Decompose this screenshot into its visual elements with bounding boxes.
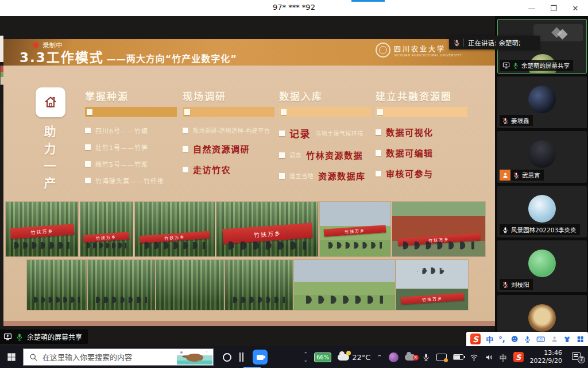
participant-name: 刘枝阳 bbox=[511, 280, 529, 289]
meeting-watermark-logo bbox=[533, 24, 583, 41]
meeting-app-taskbar-icon[interactable] bbox=[253, 350, 268, 365]
checkbox-icon bbox=[279, 152, 285, 158]
slide-photo: 竹扶万乡 bbox=[216, 202, 318, 256]
start-button[interactable] bbox=[0, 346, 23, 368]
taskbar-search[interactable] bbox=[23, 348, 214, 366]
participants-sidebar: 余楚萌的屏幕共享 姜垠鑫 武思言 bbox=[495, 16, 588, 346]
item-label: 走访竹农 bbox=[193, 163, 231, 175]
item-label: 四川6号——竹编 bbox=[95, 126, 148, 135]
screen-share-icon bbox=[5, 334, 11, 340]
restore-button[interactable]: ❐ bbox=[549, 4, 558, 13]
list-item: 数据可视化 bbox=[376, 126, 467, 138]
column-field-research: 现场调研 现场调研-适地适种-构建平台 自然资源调研 走访竹农 bbox=[183, 89, 274, 184]
ime-punctuation-button[interactable]: °, bbox=[498, 335, 505, 343]
checkbox-icon bbox=[85, 178, 91, 183]
slide-photo: 竹扶万乡 bbox=[320, 202, 390, 256]
item-label: 自然资源调研 bbox=[193, 143, 250, 155]
slide-side-label: 助力一产 bbox=[40, 125, 57, 194]
ime-mode-button[interactable]: 中 bbox=[486, 334, 493, 344]
slide-photo bbox=[225, 260, 293, 310]
account-button[interactable] bbox=[551, 335, 558, 343]
search-doodle-otter[interactable] bbox=[177, 350, 212, 365]
column-data-entry: 数据入库 记录当地土壤气候环境 调查竹林资源数据 建立当地资源数据库 bbox=[279, 89, 371, 190]
minimize-button[interactable]: — bbox=[527, 4, 536, 13]
clock[interactable]: 13:46 2022/9/20 bbox=[530, 349, 562, 365]
screen-share-chip: 余楚萌的屏幕共享 bbox=[0, 329, 88, 344]
photo-banner: 竹扶万乡 bbox=[83, 232, 130, 243]
avatar bbox=[528, 86, 556, 113]
presentation-header: 录制中 3.3工作模式 ——两大方向“竹产业数字化” 四川农业大学 SICHUA… bbox=[3, 39, 495, 66]
column-header: 掌握种源 bbox=[85, 89, 177, 103]
avatar bbox=[528, 250, 556, 277]
item-label: 竹海硬头黄——竹纤维 bbox=[95, 176, 164, 185]
notification-count-badge: 7 bbox=[578, 356, 585, 363]
cortana-button[interactable] bbox=[223, 353, 231, 362]
item-label: 现场调研-适地适种-构建平台 bbox=[193, 126, 270, 135]
screen-share-label: 余楚萌的屏幕共享 bbox=[27, 332, 82, 342]
participant-tile-liuzhiyang[interactable]: 刘枝阳 bbox=[497, 240, 587, 292]
participant-tile-liyanyan[interactable]: 风景园林202203李炎炎 bbox=[497, 186, 587, 237]
list-item: 调查竹林资源数据 bbox=[279, 149, 371, 161]
checkbox-icon bbox=[183, 167, 188, 172]
checkbox-icon bbox=[376, 150, 381, 156]
ime-toolbar: S 中 °, bbox=[466, 332, 588, 346]
window-title: 97* *** *92 bbox=[0, 3, 588, 12]
search-icon bbox=[30, 354, 37, 361]
qq-tray-icon[interactable] bbox=[389, 352, 399, 362]
skin-button[interactable] bbox=[563, 335, 571, 343]
list-item: 自然资源调研 bbox=[183, 143, 274, 155]
list-item: 现场调研-适地适种-构建平台 bbox=[183, 126, 274, 135]
participant-tile-jiangyinxin[interactable]: 姜垠鑫 bbox=[497, 76, 587, 128]
mic-on-icon bbox=[514, 63, 518, 68]
scroll-chevrons[interactable]: ⌃⌄ bbox=[303, 352, 308, 362]
participant-name: 余楚萌的屏幕共享 bbox=[521, 61, 570, 70]
avatar bbox=[528, 140, 556, 168]
item-label: 绵竹5号——竹浆 bbox=[95, 159, 148, 168]
date-label: 2022/9/20 bbox=[530, 357, 562, 365]
participant-tile-wusiyan[interactable]: 武思言 bbox=[497, 131, 587, 183]
mic-on-icon bbox=[17, 334, 22, 340]
checkbox-icon bbox=[279, 131, 285, 136]
search-input[interactable] bbox=[42, 353, 163, 362]
display-cast-icon[interactable] bbox=[436, 354, 447, 361]
list-item: 绵竹5号——竹浆 bbox=[85, 159, 177, 168]
photo-banner: 竹扶万乡 bbox=[397, 233, 479, 246]
slide-title: 3.3工作模式 bbox=[20, 50, 104, 65]
ime-language-indicator[interactable]: 中 bbox=[500, 352, 507, 363]
speaker-icon[interactable] bbox=[485, 353, 493, 362]
toolbox-button[interactable] bbox=[577, 335, 584, 343]
photo-banner: 竹扶万乡 bbox=[10, 224, 74, 239]
desktop: 97* *** *92 — ❐ ✕ 录制中 3.3工作模式 ——两大方向“竹产业… bbox=[0, 0, 588, 368]
task-view-button[interactable] bbox=[239, 352, 243, 362]
list-item: 竹海硬头黄——竹纤维 bbox=[85, 176, 177, 185]
battery-icon[interactable] bbox=[453, 354, 463, 360]
action-center-button[interactable]: 7 bbox=[572, 352, 583, 362]
weather-widget[interactable]: 22°C bbox=[338, 353, 370, 362]
sogou-logo-icon[interactable]: S bbox=[470, 334, 481, 344]
active-speaker-label: 正在讲话: 余楚萌; bbox=[468, 38, 521, 47]
battery-percent-badge[interactable]: 66% bbox=[314, 352, 331, 362]
cloud-sync-error-icon[interactable] bbox=[405, 354, 416, 361]
slide-subtitle: ——两大方向“竹产业数字化” bbox=[107, 53, 237, 64]
item-label: 审核可参与 bbox=[386, 167, 434, 179]
voice-input-button[interactable] bbox=[524, 335, 531, 343]
sogou-tray-icon[interactable]: S bbox=[513, 352, 524, 362]
slide-footer-strip bbox=[3, 321, 495, 326]
slide-body: 助力一产 掌握种源 四川6号——竹编 壮竹1号——竹笋 绵竹5号——竹浆 竹海硬… bbox=[3, 66, 495, 321]
item-label: 壮竹1号——竹笋 bbox=[95, 143, 148, 152]
mic-tray-icon[interactable] bbox=[422, 353, 430, 361]
list-item: 走访竹农 bbox=[183, 163, 274, 175]
list-item: 建立当地资源数据库 bbox=[279, 170, 371, 182]
checkbox-icon bbox=[87, 109, 92, 115]
checkbox-icon bbox=[281, 109, 287, 115]
soft-keyboard-button[interactable] bbox=[536, 335, 545, 344]
checkbox-icon bbox=[377, 109, 383, 115]
emoji-button[interactable] bbox=[510, 335, 519, 343]
university-seal-icon bbox=[376, 43, 390, 57]
close-button[interactable]: ✕ bbox=[571, 4, 580, 13]
wifi-icon[interactable] bbox=[470, 353, 478, 362]
list-item: 壮竹1号——竹笋 bbox=[85, 143, 177, 152]
photo-banner: 竹扶万乡 bbox=[140, 231, 210, 244]
slide-photo: 竹扶万乡 bbox=[80, 202, 133, 256]
hidden-icons-chevron[interactable]: ⌃ bbox=[377, 354, 382, 361]
